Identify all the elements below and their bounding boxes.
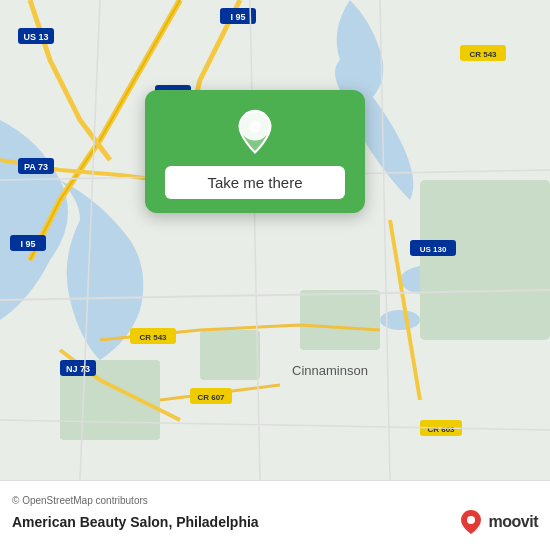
svg-point-38 — [467, 516, 475, 524]
popup-card[interactable]: Take me there — [145, 90, 365, 213]
svg-point-37 — [249, 121, 261, 133]
location-pin-icon — [231, 108, 279, 156]
svg-text:PA 73: PA 73 — [24, 162, 48, 172]
svg-text:US 130: US 130 — [420, 245, 447, 254]
svg-text:CR 543: CR 543 — [469, 50, 497, 59]
map-background: I 95 I 95 US 13 PA 73 I 95 CR 543 CR 543 — [0, 0, 550, 480]
moovit-logo: moovit — [457, 508, 538, 536]
svg-text:CR 543: CR 543 — [139, 333, 167, 342]
svg-text:US 13: US 13 — [23, 32, 48, 42]
map-container: I 95 I 95 US 13 PA 73 I 95 CR 543 CR 543 — [0, 0, 550, 480]
svg-rect-3 — [420, 180, 550, 340]
moovit-brand-text: moovit — [489, 513, 538, 531]
bottom-bar: © OpenStreetMap contributors American Be… — [0, 480, 550, 550]
svg-text:CR 603: CR 603 — [427, 425, 455, 434]
svg-text:Cinnaminson: Cinnaminson — [292, 363, 368, 378]
svg-text:NJ 73: NJ 73 — [66, 364, 90, 374]
svg-rect-5 — [200, 330, 260, 380]
map-attribution: © OpenStreetMap contributors — [12, 495, 538, 506]
svg-text:I 95: I 95 — [20, 239, 35, 249]
moovit-logo-icon — [457, 508, 485, 536]
take-me-there-button[interactable]: Take me there — [165, 166, 345, 199]
svg-text:CR 607: CR 607 — [197, 393, 225, 402]
svg-text:I 95: I 95 — [230, 12, 245, 22]
app: I 95 I 95 US 13 PA 73 I 95 CR 543 CR 543 — [0, 0, 550, 550]
place-info: American Beauty Salon, Philadelphia moov… — [12, 508, 538, 536]
svg-rect-4 — [300, 290, 380, 350]
place-name: American Beauty Salon, Philadelphia — [12, 514, 259, 530]
